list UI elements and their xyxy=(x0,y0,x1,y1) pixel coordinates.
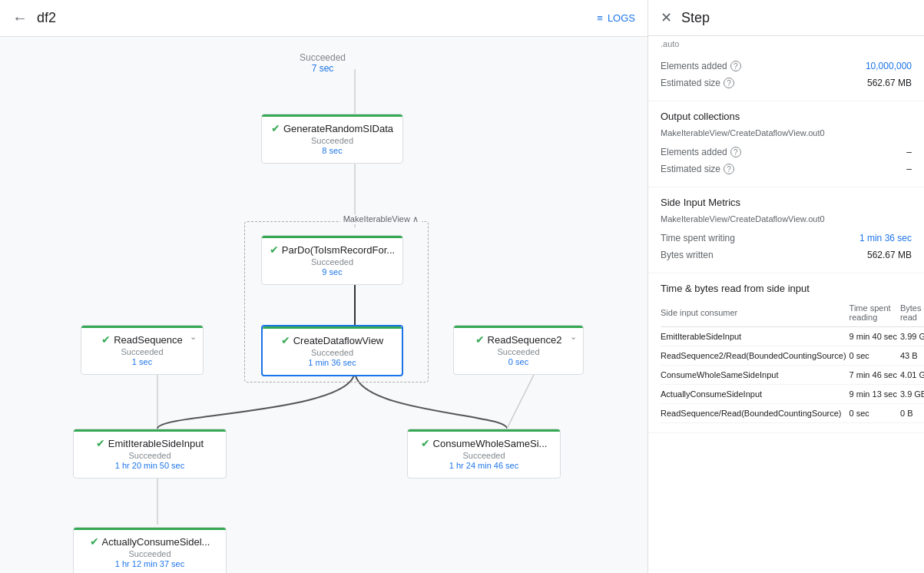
node-status: Succeeded xyxy=(273,348,391,357)
consumer-cell: ConsumeWholeSameSideInput xyxy=(661,366,849,385)
oc-elements-value: – xyxy=(906,147,912,157)
step-panel: ✕ Step .auto Elements added ? 10,000,000… xyxy=(647,0,924,573)
table-row: ReadSequence/Read(BoundedCountingSource)… xyxy=(661,404,924,423)
col-time: Time spent reading xyxy=(849,300,900,327)
graph-canvas: Succeeded 7 sec ✔ GenerateRandomSIData S… xyxy=(0,37,647,573)
header: ← df2 ≡ LOGS xyxy=(0,0,647,37)
bytes-cell: 43 B xyxy=(900,346,924,366)
node-time: 1 min 36 sec xyxy=(273,358,391,367)
time-cell: 0 sec xyxy=(849,404,900,423)
node-emititerable[interactable]: ✔ EmitIterableSideInput Succeeded 1 hr 2… xyxy=(73,429,227,479)
output-collections-title: Output collections xyxy=(661,111,912,122)
logs-button[interactable]: ≡ LOGS xyxy=(597,12,635,24)
logs-icon: ≡ xyxy=(597,12,603,24)
back-button[interactable]: ← xyxy=(12,9,28,27)
node-status: Succeeded xyxy=(84,451,215,460)
node-title: CreateDataflowView xyxy=(293,335,384,346)
step-header: ✕ Step xyxy=(648,0,924,36)
time-bytes-table: Side input consumer Time spent reading B… xyxy=(661,300,924,423)
time-writing-value: 1 min 36 sec xyxy=(859,233,912,243)
time-cell: 9 min 40 sec xyxy=(849,327,900,346)
consumer-cell: EmitIterableSideInput xyxy=(661,327,849,346)
node-status: Succeeded xyxy=(84,549,215,558)
node-time: 1 sec xyxy=(92,357,192,366)
time-bytes-title: Time & bytes read from side input xyxy=(661,283,912,294)
node-time: 1 hr 24 min 46 sec xyxy=(419,461,549,470)
oc-elements-added-row: Elements added ? – xyxy=(661,144,912,161)
page-title: df2 xyxy=(37,10,597,26)
output-collections-section: Output collections MakeIterableView/Crea… xyxy=(648,101,924,187)
bytes-cell: 3.9 GB xyxy=(900,385,924,404)
node-readsequence[interactable]: ⌄ ✔ ReadSequence Succeeded 1 sec xyxy=(81,325,204,375)
node-createdataflowview[interactable]: ✔ CreateDataflowView Succeeded 1 min 36 … xyxy=(261,325,403,376)
consumer-cell: ActuallyConsumeSideInput xyxy=(661,385,849,404)
node-pardo[interactable]: ✔ ParDo(ToIsmRecordFor... Succeeded 9 se… xyxy=(261,235,403,285)
node-generate[interactable]: ✔ GenerateRandomSIData Succeeded 8 sec xyxy=(261,114,403,164)
oc-elements-label: Elements added ? xyxy=(661,147,741,157)
check-icon: ✔ xyxy=(281,334,290,346)
elements-added-help[interactable]: ? xyxy=(730,61,741,71)
node-status: Succeeded xyxy=(465,347,572,356)
estimated-size-value: 562.67 MB xyxy=(867,78,912,88)
table-row: ReadSequence2/Read(BoundedCountingSource… xyxy=(661,346,924,366)
bytes-cell: 0 B xyxy=(900,404,924,423)
node-readsequence2[interactable]: ⌄ ✔ ReadSequence2 Succeeded 0 sec xyxy=(453,325,584,375)
table-row: ConsumeWholeSameSideInput 7 min 46 sec 4… xyxy=(661,366,924,385)
estimated-size-label: Estimated size ? xyxy=(661,78,734,88)
group-label: MakeIterableView ∧ xyxy=(340,214,422,224)
time-bytes-section: Time & bytes read from side input Side i… xyxy=(648,273,924,433)
step-title: Step xyxy=(681,10,710,26)
table-row: EmitIterableSideInput 9 min 40 sec 3.99 … xyxy=(661,327,924,346)
node-time: 0 sec xyxy=(465,357,572,366)
elements-added-row: Elements added ? 10,000,000 xyxy=(661,58,912,75)
close-button[interactable]: ✕ xyxy=(661,9,672,26)
node-title: ReadSequence2 xyxy=(488,334,562,346)
node-title: GenerateRandomSIData xyxy=(283,123,393,134)
node-actuallyconsume[interactable]: ✔ ActuallyConsumeSidel... Succeeded 1 hr… xyxy=(73,527,227,573)
node-consumewhole[interactable]: ✔ ConsumeWholeSameSi... Succeeded 1 hr 2… xyxy=(407,429,561,479)
check-icon: ✔ xyxy=(101,333,111,346)
svg-line-5 xyxy=(507,367,538,429)
side-input-path: MakeIterableView/CreateDataflowView.out0 xyxy=(661,214,912,224)
oc-size-label: Estimated size ? xyxy=(661,164,734,174)
bytes-written-value: 562.67 MB xyxy=(867,250,912,260)
check-icon: ✔ xyxy=(421,437,430,449)
col-bytes: Bytes read xyxy=(900,300,924,327)
succeeded-top-label: Succeeded 7 sec xyxy=(300,52,346,74)
side-input-title: Side Input Metrics xyxy=(661,197,912,208)
estimated-size-help[interactable]: ? xyxy=(724,78,734,88)
time-cell: 7 min 46 sec xyxy=(849,366,900,385)
check-icon: ✔ xyxy=(270,243,279,256)
output-collections-path: MakeIterableView/CreateDataflowView.out0 xyxy=(661,128,912,137)
oc-elements-help[interactable]: ? xyxy=(730,147,741,157)
consumer-cell: ReadSequence2/Read(BoundedCountingSource… xyxy=(661,346,849,366)
col-consumer: Side input consumer xyxy=(661,300,849,327)
node-title: ConsumeWholeSameSi... xyxy=(433,438,548,449)
estimated-size-row: Estimated size ? 562.67 MB xyxy=(661,75,912,91)
node-status: Succeeded xyxy=(419,451,549,460)
dropdown-icon[interactable]: ⌄ xyxy=(570,332,577,342)
time-cell: 9 min 13 sec xyxy=(849,385,900,404)
bytes-cell: 3.99 GB xyxy=(900,327,924,346)
node-time: 1 hr 20 min 50 sec xyxy=(84,461,215,470)
auto-label: .auto xyxy=(648,36,924,48)
input-metrics-section: Elements added ? 10,000,000 Estimated si… xyxy=(648,48,924,101)
dropdown-icon[interactable]: ⌄ xyxy=(190,332,197,342)
side-input-metrics-section: Side Input Metrics MakeIterableView/Crea… xyxy=(648,187,924,273)
node-status: Succeeded xyxy=(273,136,392,145)
time-writing-label: Time spent writing xyxy=(661,233,735,243)
bytes-written-row: Bytes written 562.67 MB xyxy=(661,247,912,263)
check-icon: ✔ xyxy=(96,437,105,449)
node-time: 9 sec xyxy=(273,267,392,277)
graph-panel: ← df2 ≡ LOGS Succeeded xyxy=(0,0,647,573)
bytes-written-label: Bytes written xyxy=(661,250,714,260)
table-row: ActuallyConsumeSideInput 9 min 13 sec 3.… xyxy=(661,385,924,404)
oc-size-help[interactable]: ? xyxy=(724,164,734,174)
node-time: 8 sec xyxy=(273,146,392,155)
check-icon: ✔ xyxy=(90,535,99,548)
node-title: ReadSequence xyxy=(114,334,183,346)
bytes-cell: 4.01 GB xyxy=(900,366,924,385)
consumer-cell: ReadSequence/Read(BoundedCountingSource) xyxy=(661,404,849,423)
check-icon: ✔ xyxy=(475,333,485,346)
check-icon: ✔ xyxy=(271,122,280,134)
